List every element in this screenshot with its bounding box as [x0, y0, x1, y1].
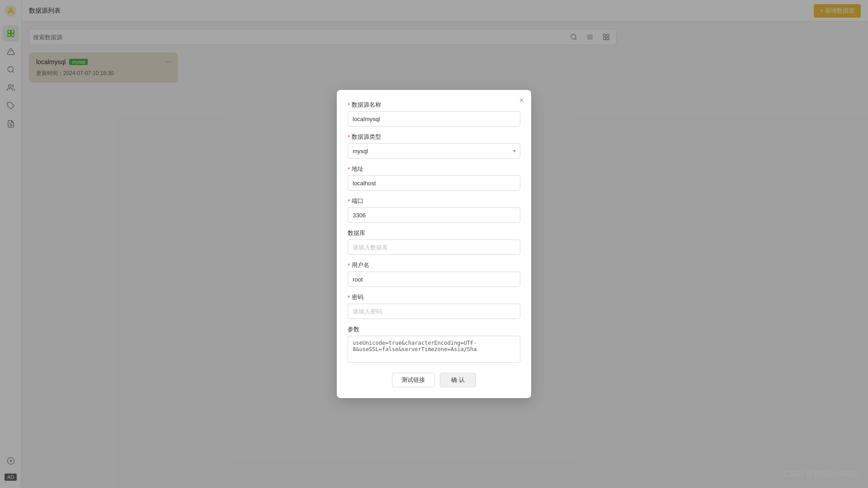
label-password: * 密码 [348, 293, 520, 301]
label-params: 参数 [348, 325, 520, 333]
datasource-type-select-wrap: mysql postgresql oracle sqlserver [348, 143, 520, 159]
confirm-button[interactable]: 确 认 [440, 373, 476, 387]
datasource-name-input[interactable] [348, 111, 520, 127]
username-input[interactable] [348, 272, 520, 287]
password-input[interactable] [348, 304, 520, 319]
modal-footer: 测试链接 确 认 [348, 373, 520, 387]
form-group-database: 数据库 [348, 229, 520, 255]
watermark: CSDN @朝和(zixi0825) [783, 469, 859, 479]
database-input[interactable] [348, 239, 520, 255]
label-datasource-type: * 数据源类型 [348, 133, 520, 141]
required-star-password: * [348, 294, 350, 301]
port-input[interactable] [348, 207, 520, 223]
label-datasource-name: * 数据源名称 [348, 101, 520, 109]
label-address: * 地址 [348, 165, 520, 173]
datasource-modal: × * 数据源名称 * 数据源类型 mysql postgresql oracl… [337, 90, 531, 398]
form-group-datasource-type: * 数据源类型 mysql postgresql oracle sqlserve… [348, 133, 520, 159]
address-input[interactable] [348, 175, 520, 191]
form-group-params: 参数 useUnicode=true&characterEncoding=UTF… [348, 325, 520, 365]
label-database: 数据库 [348, 229, 520, 237]
required-star-address: * [348, 166, 350, 173]
close-button[interactable]: × [519, 96, 524, 104]
params-textarea[interactable]: useUnicode=true&characterEncoding=UTF-8&… [348, 336, 520, 363]
label-port: * 端口 [348, 197, 520, 205]
modal-overlay: × * 数据源名称 * 数据源类型 mysql postgresql oracl… [0, 0, 868, 488]
required-star-port: * [348, 198, 350, 205]
required-star-type: * [348, 134, 350, 141]
label-username: * 用户名 [348, 261, 520, 269]
test-connection-button[interactable]: 测试链接 [392, 373, 434, 387]
form-group-port: * 端口 [348, 197, 520, 223]
datasource-type-select[interactable]: mysql postgresql oracle sqlserver [348, 143, 520, 159]
required-star: * [348, 102, 350, 108]
form-group-password: * 密码 [348, 293, 520, 319]
form-group-address: * 地址 [348, 165, 520, 191]
form-group-username: * 用户名 [348, 261, 520, 287]
form-group-datasource-name: * 数据源名称 [348, 101, 520, 127]
required-star-username: * [348, 262, 350, 269]
